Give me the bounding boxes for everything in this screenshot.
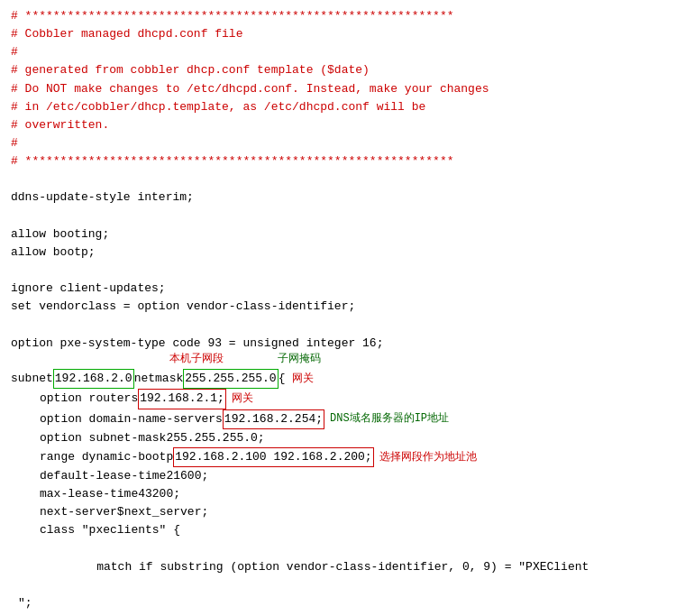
blank-line-5 [11, 612, 665, 616]
pxe-option-block: option pxe-system-type code 93 = unsigne… [11, 335, 665, 368]
gateway-label: 网关 [232, 391, 253, 408]
submask-label: option subnet-mask [40, 429, 166, 447]
option-pxe-line: option pxe-system-type code 93 = unsigne… [11, 335, 665, 353]
dns-ip-box: 192.168.2.254; [223, 409, 324, 429]
blank-line-1 [11, 170, 665, 188]
local-net-annotation: 本机子网段 [169, 351, 224, 368]
header-line1: # generated from cobbler dhcp.conf templ… [11, 61, 665, 79]
max-lease-label: max-lease-time [40, 485, 138, 503]
range-line: range dynamic-bootp 192.168.2.100 192.16… [11, 447, 665, 467]
routers-ip-box: 192.168.2.1; [138, 389, 226, 409]
submask-line: option subnet-mask 255.255.255.0; [11, 429, 665, 447]
next-server-val: $next_server; [117, 503, 208, 521]
range-label: range dynamic-bootp [40, 448, 173, 466]
subnet-ip-box: 192.168.2.0 [53, 369, 134, 389]
max-lease-val: 43200; [138, 485, 180, 503]
header-line4: # overwritten. [11, 116, 665, 134]
routers-line: option routers 192.168.2.1; 网关 [11, 389, 665, 409]
max-lease-line: max-lease-time 43200; [11, 485, 665, 503]
allow-booting-line: allow booting; [11, 225, 665, 244]
header-title: # Cobbler managed dhcpd.conf file [11, 25, 665, 43]
blank-line-4 [11, 316, 665, 334]
header-line2: # Do NOT make changes to /etc/dhcpd.conf… [11, 80, 665, 98]
subnet-open-brace: { [279, 370, 286, 388]
header-hash2: # [11, 134, 665, 152]
pxe-annotations: 本机子网段 子网掩码 [18, 351, 665, 368]
class-line: class "pxeclients" { [11, 521, 665, 539]
range-desc-annotation: 选择网段作为地址池 [379, 449, 477, 466]
routers-label: option routers [40, 390, 138, 408]
ignore-line: ignore client-updates; [11, 280, 665, 298]
next-server-line: next-server $next_server; [11, 503, 665, 521]
submask-val: 255.255.255.0; [166, 429, 264, 447]
dns-line: option domain-name-servers 192.168.2.254… [11, 409, 665, 429]
blank-line-2 [11, 207, 665, 225]
subnet-keyword: subnet [11, 370, 53, 388]
match-text: match if substring (option vendor-class-… [96, 560, 589, 574]
gateway-annotation: 网关 [292, 371, 314, 388]
range-val-box: 192.168.2.100 192.168.2.200; [173, 447, 373, 467]
default-lease-line: default-lease-time 21600; [11, 467, 665, 485]
default-lease-label: default-lease-time [40, 467, 166, 485]
subnet-line: subnet 192.168.2.0 netmask 255.255.255.0… [11, 369, 665, 389]
child-mask-annotation: 子网掩码 [278, 351, 321, 368]
netmask-box: 255.255.255.0 [183, 369, 278, 389]
default-lease-val: 21600; [166, 467, 208, 485]
dns-desc-annotation: DNS域名服务器的IP地址 [330, 410, 449, 428]
match-line: match if substring (option vendor-class-… [11, 540, 665, 594]
ddns-line: ddns-update-style interim; [11, 188, 665, 207]
allow-bootp-line: allow bootp; [11, 244, 665, 262]
header-stars-1: # **************************************… [11, 7, 665, 25]
match-line-end: "; [11, 594, 665, 612]
header-line3: # in /etc/cobbler/dhcp.template, as /etc… [11, 98, 665, 116]
netmask-keyword: netmask [134, 370, 184, 388]
dns-label: option domain-name-servers [40, 410, 223, 428]
code-container: # **************************************… [0, 0, 676, 616]
blank-line-3 [11, 262, 665, 280]
header-stars-2: # **************************************… [11, 152, 665, 170]
header-hash1: # [11, 43, 665, 61]
set-line: set vendorclass = option vendor-class-id… [11, 298, 665, 316]
next-server-label: next-server [40, 503, 117, 521]
